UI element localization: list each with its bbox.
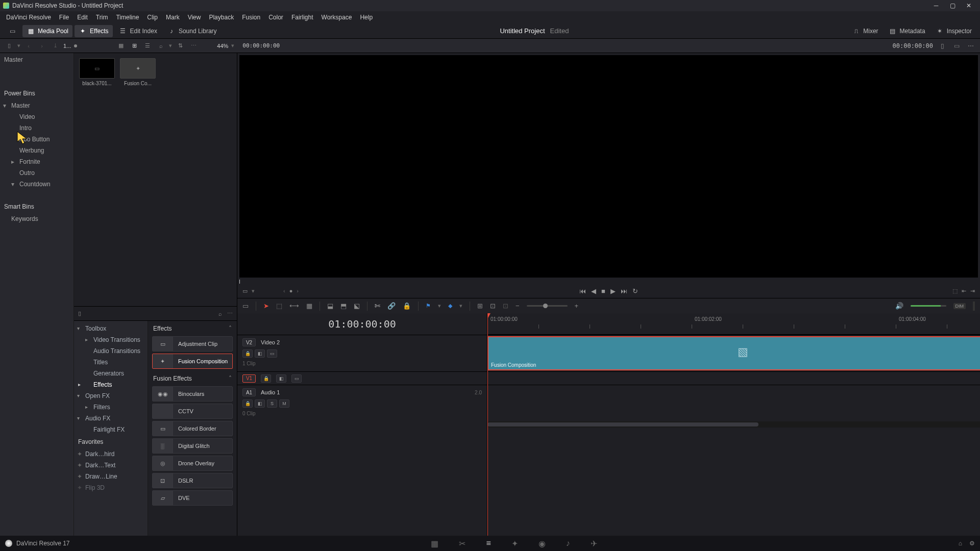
power-video[interactable]: Video xyxy=(0,111,74,122)
effect-dslr[interactable]: ⊡DSLR xyxy=(152,473,233,488)
timeline-lane-a1[interactable] xyxy=(487,385,980,421)
master-root[interactable]: Master xyxy=(0,53,74,66)
layout-preset-button[interactable]: ▭ xyxy=(4,25,20,37)
play-button[interactable]: ▶ xyxy=(610,287,616,295)
zoom-custom[interactable]: ⊡ xyxy=(503,302,508,310)
effect-drone-overlay[interactable]: ◎Drone Overlay xyxy=(152,456,233,471)
tree-video-transitions[interactable]: ▸Video Transitions xyxy=(74,334,148,345)
timeline-name[interactable]: 1... xyxy=(63,43,71,49)
menu-timeline[interactable]: Timeline xyxy=(112,14,143,21)
track-disable[interactable]: ▭ xyxy=(291,374,302,383)
menu-playback[interactable]: Playback xyxy=(205,14,238,21)
timeline-h-scrollbar[interactable] xyxy=(487,421,980,428)
effects-toggle[interactable]: ✦Effects xyxy=(75,25,112,37)
minimize-button[interactable]: ─ xyxy=(928,0,944,11)
dual-viewer-icon[interactable]: ▭ xyxy=(951,41,962,51)
viewer-canvas[interactable] xyxy=(239,55,978,278)
track-auto-select[interactable]: ◧ xyxy=(276,374,286,383)
step-back-button[interactable]: ◀ xyxy=(591,287,596,295)
track-lock-icon[interactable]: 🔒 xyxy=(242,349,253,358)
track-auto-select[interactable]: ◧ xyxy=(255,349,265,358)
fav-item[interactable]: ✦Flip 3D xyxy=(74,482,148,493)
power-countdown[interactable]: ▾Countdown xyxy=(0,179,74,190)
maximize-button[interactable]: ▢ xyxy=(944,0,961,11)
select-tool[interactable]: ➤ xyxy=(263,302,269,310)
close-button[interactable]: ✕ xyxy=(961,0,977,11)
zoom-slider[interactable] xyxy=(527,305,568,307)
inspector-toggle[interactable]: ✶Inspector xyxy=(932,25,976,37)
fusion-page-icon[interactable]: ✦ xyxy=(511,539,518,548)
tree-generators[interactable]: Generators xyxy=(74,368,148,379)
effect-binoculars[interactable]: ◉◉Binoculars xyxy=(152,386,233,402)
import-button[interactable]: ⤓ xyxy=(50,41,60,51)
bypass-icon[interactable]: ▭ xyxy=(242,288,248,294)
menu-davinci[interactable]: DaVinci Resolve xyxy=(2,14,55,21)
menu-view[interactable]: View xyxy=(184,14,205,21)
timeline-lane-v2[interactable]: ▧ Fusion Composition ✦ xyxy=(487,335,980,371)
effect-cctv[interactable]: CCTV xyxy=(152,404,233,419)
media-clip[interactable]: ✦ Fusion Co... xyxy=(120,58,156,86)
zoom-detail[interactable]: ⊡ xyxy=(490,302,496,310)
menu-fusion[interactable]: Fusion xyxy=(238,14,264,21)
menu-edit[interactable]: Edit xyxy=(73,14,92,21)
menu-workspace[interactable]: Workspace xyxy=(317,14,356,21)
dim-button[interactable]: DIM xyxy=(953,303,966,309)
thumb-small[interactable]: ▦ xyxy=(116,41,126,51)
trim-tool[interactable]: ⬚ xyxy=(276,302,282,310)
blade-tool[interactable]: ▦ xyxy=(306,302,312,310)
effect-adjustment-clip[interactable]: ▭Adjustment Clip xyxy=(152,336,233,352)
track-id[interactable]: V2 xyxy=(242,338,256,346)
tree-filters[interactable]: ▸Filters xyxy=(74,402,148,413)
effect-colored-border[interactable]: ▭Colored Border xyxy=(152,421,233,436)
menu-help[interactable]: Help xyxy=(356,14,377,21)
menu-fairlight[interactable]: Fairlight xyxy=(287,14,317,21)
mixer-toggle[interactable]: ⎍Mixer xyxy=(848,25,882,37)
fairlight-page-icon[interactable]: ♪ xyxy=(566,539,570,548)
fav-item[interactable]: ✦Draw…Line xyxy=(74,471,148,482)
track-mute[interactable]: M xyxy=(279,399,289,408)
replace-clip[interactable]: ⬕ xyxy=(354,302,360,310)
effect-dve[interactable]: ▱DVE xyxy=(152,490,233,506)
search-icon[interactable]: ⌕ xyxy=(156,41,166,51)
timeline-ruler[interactable]: 01:00:00:00 01:00:02:00 01:00:04:00 xyxy=(487,313,980,335)
track-lock-icon[interactable]: 🔒 xyxy=(261,374,271,383)
effect-fusion-composition[interactable]: ✦Fusion Composition xyxy=(152,354,233,369)
sort-icon[interactable]: ⇅ xyxy=(175,41,185,51)
timeline-lane-v1[interactable] xyxy=(487,371,980,385)
sound-library-toggle[interactable]: ♪Sound Library xyxy=(163,25,221,37)
power-master[interactable]: ▾Master xyxy=(0,100,74,111)
power-werbung[interactable]: Werbung xyxy=(0,145,74,156)
track-disable[interactable]: ▭ xyxy=(267,349,277,358)
loop-button[interactable]: ↻ xyxy=(632,287,638,295)
track-solo[interactable]: S xyxy=(267,399,277,408)
jump-out-icon[interactable]: ⇥ xyxy=(970,288,975,294)
fav-item[interactable]: ✦Dark…Text xyxy=(74,460,148,471)
tree-openfx[interactable]: ▾Open FX xyxy=(74,390,148,402)
smart-keywords[interactable]: Keywords xyxy=(0,213,74,224)
go-start-button[interactable]: ⏮ xyxy=(579,287,586,295)
power-bins-header[interactable]: Power Bins xyxy=(0,87,74,100)
nav-fwd[interactable]: › xyxy=(37,41,47,51)
timeline-view-button[interactable]: ▭ xyxy=(242,302,249,310)
collapse-icon[interactable]: ˄ xyxy=(229,375,232,382)
jump-in-icon[interactable]: ⇤ xyxy=(962,288,966,294)
color-page-icon[interactable]: ◉ xyxy=(538,539,546,548)
volume-icon[interactable]: 🔊 xyxy=(895,302,903,310)
deliver-page-icon[interactable]: ✈ xyxy=(591,539,597,548)
thumb-grid[interactable]: ⊞ xyxy=(129,41,139,51)
edit-index-toggle[interactable]: ☰Edit Index xyxy=(115,25,161,37)
effects-panel-toggle[interactable]: ▯ xyxy=(78,310,81,317)
tree-effects[interactable]: ▸Effects xyxy=(74,379,148,390)
more-icon[interactable]: ⋯ xyxy=(188,41,199,51)
menu-trim[interactable]: Trim xyxy=(92,14,112,21)
tree-fairlightfx[interactable]: Fairlight FX xyxy=(74,424,148,435)
project-settings-icon[interactable]: ⚙ xyxy=(969,540,975,547)
zoom-in[interactable]: + xyxy=(575,302,579,310)
track-id[interactable]: A1 xyxy=(242,388,256,396)
volume-slider[interactable] xyxy=(911,305,946,307)
go-end-button[interactable]: ⏭ xyxy=(621,287,627,295)
track-header-v2[interactable]: V2Video 2 🔒◧▭ 1 Clip xyxy=(237,335,487,371)
cut-page-icon[interactable]: ✂ xyxy=(459,539,465,548)
favorites-header[interactable]: Favorites xyxy=(74,435,148,448)
zoom-full[interactable]: ⊞ xyxy=(477,302,483,310)
